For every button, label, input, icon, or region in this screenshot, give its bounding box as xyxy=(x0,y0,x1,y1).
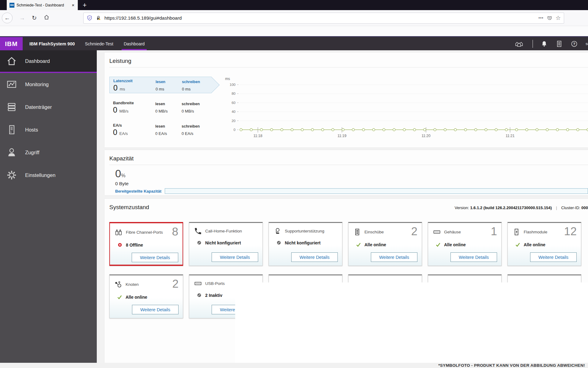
header-divider xyxy=(533,40,533,48)
performance-row-latenzzeit[interactable]: Latenzzeit0 mslesen0 msschreiben0 ms xyxy=(109,77,211,93)
capacity-section: Kapazität 0% 0 Byte Bereitgestellte Kapa… xyxy=(104,150,588,195)
status-disabled-icon xyxy=(276,240,282,246)
user-menu[interactable]: su xyxy=(586,41,588,46)
svg-text:11:21: 11:21 xyxy=(506,134,514,138)
app-header: IBM IBM FlashSystem 900 Schmiede-TestDas… xyxy=(0,36,588,50)
fc-icon xyxy=(115,228,123,236)
sidebar-item-monitoring[interactable]: Monitoring xyxy=(0,73,97,96)
help-icon[interactable] xyxy=(571,40,578,48)
card-label: Fibre Channel-Ports xyxy=(126,230,169,235)
bookmark-star-icon[interactable]: ☆ xyxy=(556,14,561,21)
sidebar-item-datenträger[interactable]: Datenträger xyxy=(0,96,97,118)
sidebar-item-hosts[interactable]: Hosts xyxy=(0,118,97,141)
nav-item-schmiede-test[interactable]: Schmiede-Test xyxy=(80,37,119,50)
footer: *SYMBOLFOTO - PRODUKT KANN VON DER ABBIL… xyxy=(0,363,588,368)
card-label: Gehäuse xyxy=(444,230,488,234)
ibm-logo: IBM xyxy=(0,37,23,50)
sidebar-item-zugriff[interactable]: Zugriff xyxy=(0,141,97,164)
browser-window: IBM Schmiede-Test - Dashboard × + ← → ↻ … xyxy=(0,0,588,368)
back-button[interactable]: ← xyxy=(2,13,13,23)
nodes-icon xyxy=(114,280,123,289)
phone-icon xyxy=(194,227,202,235)
details-button[interactable]: Weitere Details xyxy=(450,252,497,262)
browser-tab-bar: IBM Schmiede-Test - Dashboard × + xyxy=(0,0,588,10)
capacity-bar xyxy=(165,188,588,194)
status-card-fibre-channel-ports: Fibre Channel-Ports88 OfflineWeitere Det… xyxy=(109,222,183,266)
card-label: Einschübe xyxy=(364,230,408,234)
sidebar-item-einstellungen[interactable]: Einstellungen xyxy=(0,164,97,186)
page-actions-icon[interactable]: ••• xyxy=(538,16,544,20)
card-count: 2 xyxy=(411,226,417,237)
card-label: Knoten xyxy=(126,282,169,287)
url-bar[interactable]: https://192.168.5.189/gui#dashboard ••• … xyxy=(83,13,564,24)
latency-chart: ms02040608010011:1811:1911:2011:21 xyxy=(222,75,588,140)
svg-text:11:20: 11:20 xyxy=(421,134,430,138)
multi-system-icon[interactable] xyxy=(513,40,525,48)
status-text: 8 Offline xyxy=(126,243,143,247)
slots-icon xyxy=(353,228,361,236)
capacity-percent: 0% xyxy=(115,167,588,180)
tab-close-icon[interactable]: × xyxy=(71,2,75,8)
status-card-knoten: Knoten2Alle onlineWeitere Details xyxy=(109,274,183,318)
svg-text:0: 0 xyxy=(234,128,236,132)
status-card-call-home-funktion: Call-Home-FunktionNicht konfiguriertWeit… xyxy=(189,222,263,266)
reload-button[interactable]: ↻ xyxy=(32,14,37,21)
details-button[interactable]: Weitere Details xyxy=(212,252,258,262)
new-tab-button[interactable]: + xyxy=(83,0,87,10)
event-log-icon[interactable] xyxy=(556,40,563,48)
svg-text:40: 40 xyxy=(232,110,236,113)
svg-text:11:19: 11:19 xyxy=(337,134,346,138)
app-header-actions: su xyxy=(513,37,588,50)
section-divider xyxy=(109,67,588,67)
performance-section: Leistung Latenzzeit0 mslesen0 msschreibe… xyxy=(104,52,588,148)
status-ok-icon xyxy=(515,242,521,247)
status-text: Alle online xyxy=(126,295,147,300)
insecure-lock-warning-icon[interactable] xyxy=(96,15,101,21)
svg-text:80: 80 xyxy=(232,92,236,95)
home-button[interactable] xyxy=(43,14,50,22)
flash-icon xyxy=(512,228,521,236)
support-icon xyxy=(273,227,282,235)
details-button[interactable]: Weitere Details xyxy=(530,252,577,262)
performance-row-eas[interactable]: EA/s0 EA/slesen0 EA/sschreiben0 EA/s xyxy=(109,121,211,138)
enclosure-icon xyxy=(433,228,441,236)
card-count: 1 xyxy=(491,226,497,237)
browser-tab[interactable]: IBM Schmiede-Test - Dashboard × xyxy=(7,0,78,10)
monitoring-icon xyxy=(6,79,17,90)
forward-button[interactable]: → xyxy=(19,15,25,21)
version-value: 1.6.1.2 (build 126.2.2004211730000.515.1… xyxy=(470,205,552,210)
svg-text:ms: ms xyxy=(225,77,230,81)
capacity-used: 0 Byte xyxy=(115,181,588,186)
status-text: Nicht konfiguriert xyxy=(285,240,321,245)
sidebar-item-dashboard[interactable]: Dashboard xyxy=(0,50,97,73)
details-button[interactable]: Weitere Details xyxy=(132,305,179,314)
ibm-favicon: IBM xyxy=(9,3,14,8)
status-card-flashmodule: Flashmodule12Alle onlineWeitere Details xyxy=(507,222,581,266)
access-icon xyxy=(6,147,17,158)
system-health-title: Systemzustand xyxy=(104,199,149,213)
cluster-id-value: 000 xyxy=(581,205,588,210)
capacity-title: Kapazität xyxy=(104,150,588,165)
notifications-bell-icon[interactable] xyxy=(541,40,548,48)
card-count: 8 xyxy=(172,226,178,237)
status-error-icon xyxy=(117,242,123,248)
details-button[interactable]: Weitere Details xyxy=(371,252,417,262)
bookmarks-strip xyxy=(0,26,588,36)
url-text[interactable]: https://192.168.5.189/gui#dashboard xyxy=(104,15,535,21)
provisioned-capacity-link[interactable]: Bereitgestellte Kapazität xyxy=(115,189,165,194)
status-card-supportunterst-tzung: SupportunterstützungNicht konfiguriertWe… xyxy=(269,222,342,266)
performance-row-bandbreite[interactable]: Bandbreite0 MB/slesen0 MB/sschreiben0 MB… xyxy=(109,99,211,116)
status-disabled-icon xyxy=(196,240,202,246)
performance-stats: Latenzzeit0 mslesen0 msschreiben0 msBand… xyxy=(109,77,211,144)
status-text: Alle online xyxy=(444,242,466,247)
status-ok-icon xyxy=(356,242,361,247)
details-button[interactable]: Weitere Details xyxy=(291,252,338,262)
home-icon xyxy=(6,56,17,67)
status-text: 2 Inaktiv xyxy=(205,293,222,298)
tracking-protection-shield-icon[interactable] xyxy=(87,15,92,21)
pocket-icon[interactable] xyxy=(547,15,552,21)
nav-item-dashboard[interactable]: Dashboard xyxy=(119,37,150,50)
settings-icon xyxy=(6,170,17,181)
details-button[interactable]: Weitere Details xyxy=(132,253,178,262)
status-cards-row-1: Fibre Channel-Ports88 OfflineWeitere Det… xyxy=(109,222,588,266)
